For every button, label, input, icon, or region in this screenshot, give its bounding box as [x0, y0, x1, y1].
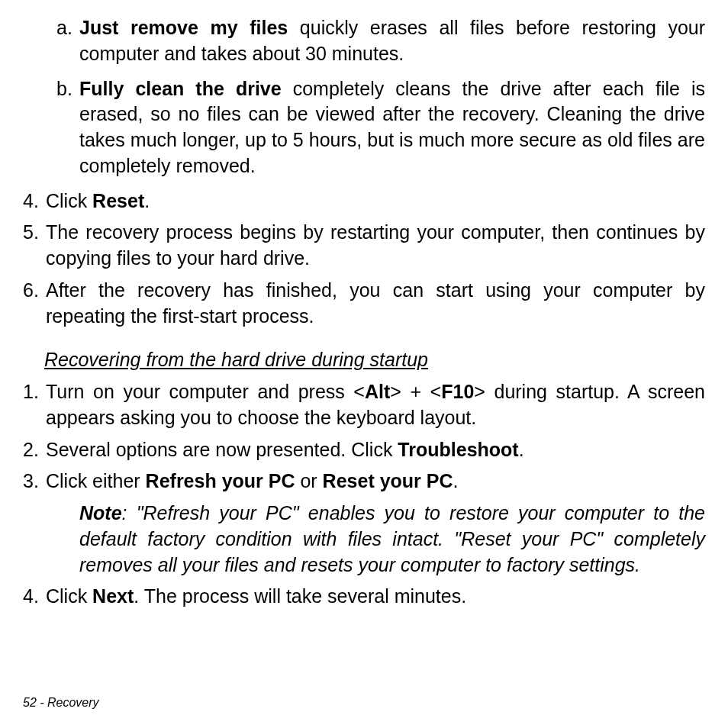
step-text-post: . [519, 439, 524, 460]
step-text-pre: Turn on your computer and press < [46, 381, 365, 402]
list-marker: 6. [23, 278, 39, 304]
step-text-pre: Click [46, 190, 92, 211]
step-bold: Next [92, 585, 134, 607]
step-bold: Reset [92, 190, 144, 211]
numbered-list-2b: 4. Click Next. The process will take sev… [23, 584, 705, 610]
list-marker: 5. [23, 220, 39, 246]
list-marker: 1. [23, 379, 39, 405]
step-6: 6. After the recovery has finished, you … [46, 278, 705, 330]
step-bold-f10: F10 [441, 381, 474, 402]
step-text: After the recovery has finished, you can… [46, 279, 705, 327]
step-bold-reset: Reset your PC [323, 470, 453, 491]
list-marker: a. [56, 15, 72, 41]
section-heading: Recovering from the hard drive during st… [44, 347, 705, 373]
numbered-list-2: 1. Turn on your computer and press <Alt>… [23, 379, 705, 494]
list-marker: b. [56, 76, 72, 102]
step-text-mid: > + < [390, 381, 441, 402]
step2-1: 1. Turn on your computer and press <Alt>… [46, 379, 705, 431]
document-page: a. Just remove my files quickly erases a… [0, 0, 728, 728]
step-text-pre: Click [46, 585, 92, 607]
sublist-alpha: a. Just remove my files quickly erases a… [23, 15, 705, 179]
step2-4: 4. Click Next. The process will take sev… [46, 584, 705, 610]
sublist-bold-a: Just remove my files [79, 17, 288, 38]
step-5: 5. The recovery process begins by restar… [46, 220, 705, 272]
step-text-mid: or [295, 470, 322, 491]
step-text-post: . [144, 190, 150, 211]
list-marker: 2. [23, 437, 39, 463]
step-text-pre: Several options are now presented. Click [46, 439, 398, 460]
step-bold: Troubleshoot [398, 439, 518, 460]
step-bold-refresh: Refresh your PC [146, 470, 295, 491]
note-text: : "Refresh your PC" enables you to resto… [79, 502, 705, 575]
list-marker: 3. [23, 469, 39, 494]
step2-2: 2. Several options are now presented. Cl… [46, 437, 705, 463]
numbered-list-1: 4. Click Reset. 5. The recovery process … [23, 188, 705, 330]
step-bold-alt: Alt [365, 381, 390, 402]
sublist-item-b: b. Fully clean the drive completely clea… [79, 76, 705, 179]
step2-3: 3. Click either Refresh your PC or Reset… [46, 469, 705, 494]
step-4: 4. Click Reset. [46, 188, 705, 214]
step-text-pre: Click either [46, 470, 146, 491]
step-text: The recovery process begins by restartin… [46, 221, 705, 269]
note-label: Note [79, 502, 122, 523]
sublist-item-a: a. Just remove my files quickly erases a… [79, 15, 705, 67]
list-marker: 4. [23, 584, 39, 610]
sublist-bold-b: Fully clean the drive [79, 78, 282, 99]
step-text-post: . The process will take several minutes. [134, 585, 466, 607]
note-block: Note: "Refresh your PC" enables you to r… [23, 501, 705, 578]
step-text-post: . [453, 470, 459, 491]
page-footer: 52 - Recovery [23, 694, 99, 711]
list-marker: 4. [23, 188, 39, 214]
